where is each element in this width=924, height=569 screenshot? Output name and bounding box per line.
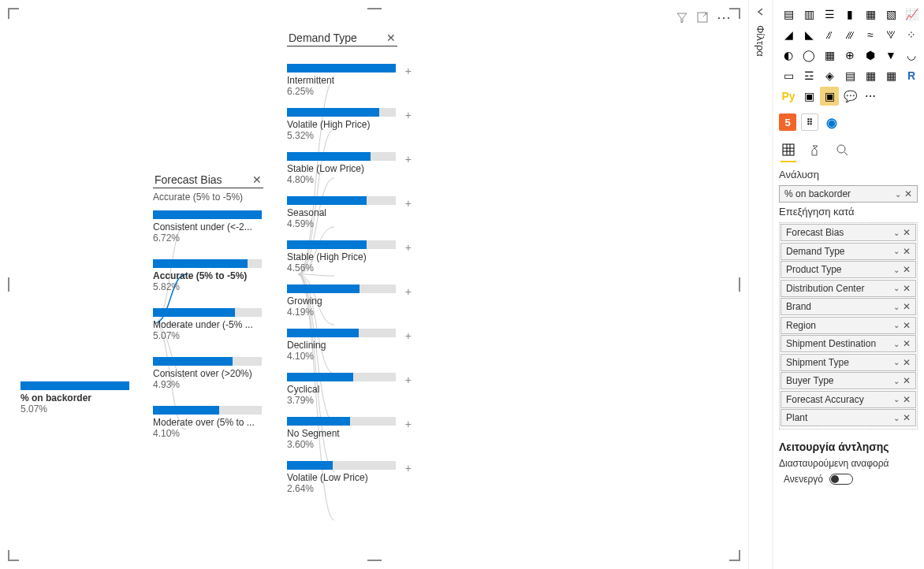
viz-scatter-icon[interactable]: ⁘ [902, 25, 921, 44]
explain-by-field[interactable]: Shipment Type ⌄✕ [781, 354, 916, 371]
viz-donut-icon[interactable]: ◯ [799, 46, 818, 65]
viz-clustered-bar-h-icon[interactable]: ☰ [820, 5, 839, 24]
viz-gauge-icon[interactable]: ◡ [902, 46, 921, 65]
tree-node[interactable]: + Volatile (High Price) 5.32% [287, 108, 397, 141]
remove-icon[interactable]: ✕ [903, 246, 911, 257]
viz-pie-icon[interactable]: ◐ [779, 46, 798, 65]
viz-stacked-bar-v-icon[interactable]: ▥ [799, 5, 818, 24]
viz-r-visual-icon[interactable]: R [902, 66, 921, 85]
close-icon[interactable]: ✕ [386, 32, 396, 44]
column-header-forecast-bias[interactable]: Forecast Bias ✕ [153, 170, 263, 188]
tree-node[interactable]: + Stable (Low Price) 4.80% [287, 152, 397, 185]
expand-icon[interactable]: + [405, 65, 412, 77]
expand-icon[interactable]: + [405, 329, 412, 342]
powerapps-visual-icon[interactable]: ◉ [823, 113, 840, 131]
viz-decomposition-tree-icon[interactable]: ▣ [820, 87, 839, 106]
column-header-demand-type[interactable]: Demand Type ✕ [287, 28, 397, 46]
explain-by-field[interactable]: Forecast Accuracy ⌄✕ [781, 391, 916, 408]
expand-icon[interactable]: + [405, 285, 412, 298]
explain-by-field[interactable]: Buyer Type ⌄✕ [781, 372, 916, 389]
tree-node[interactable]: + Stable (High Price) 4.56% [287, 240, 397, 273]
explain-by-field[interactable]: Plant ⌄✕ [781, 409, 916, 426]
chevron-down-icon[interactable]: ⌄ [895, 190, 901, 199]
report-canvas[interactable]: ⋯ % on backorder 5.07% [0, 0, 748, 569]
tree-node[interactable]: Consistent over (>20%) 4.93% [153, 357, 263, 390]
viz-table-icon[interactable]: ▦ [861, 66, 880, 85]
chevron-down-icon[interactable]: ⌄ [893, 266, 900, 274]
tree-node[interactable]: + Seasonal 4.59% [287, 196, 397, 229]
remove-icon[interactable]: ✕ [903, 283, 911, 294]
viz-kpi-icon[interactable]: ◈ [820, 66, 839, 85]
viz-card-icon[interactable]: ▭ [779, 66, 798, 85]
viz-stacked-area-icon[interactable]: ◣ [799, 25, 818, 44]
analyze-field-well[interactable]: % on backorder ⌄✕ [779, 185, 918, 203]
decomposition-tree-visual[interactable]: % on backorder 5.07% Forecast Bias ✕ Acc… [20, 24, 462, 528]
viz-funnel-icon[interactable]: ▼ [881, 46, 900, 65]
viz-line-bar-icon[interactable]: ⫽ [820, 25, 839, 44]
focus-mode-icon[interactable] [696, 11, 709, 24]
cross-report-toggle[interactable] [829, 474, 853, 485]
tree-node[interactable]: + Volatile (Low Price) 2.64% [287, 461, 397, 494]
remove-icon[interactable]: ✕ [903, 264, 911, 275]
tree-node[interactable]: + No Segment 3.60% [287, 417, 397, 450]
html5-visual-icon[interactable]: 5 [779, 113, 796, 131]
remove-icon[interactable]: ✕ [903, 357, 911, 368]
expand-icon[interactable]: + [405, 109, 412, 121]
more-options-icon[interactable]: ⋯ [717, 13, 732, 21]
explain-by-field[interactable]: Region ⌄✕ [781, 317, 916, 334]
viz-clustered-bar-v-icon[interactable]: ▮ [840, 5, 859, 24]
remove-icon[interactable]: ✕ [903, 227, 911, 238]
viz-waterfall-icon[interactable]: ⩔ [881, 25, 900, 44]
viz-slicer-icon[interactable]: ▤ [840, 66, 859, 85]
explain-by-field[interactable]: Demand Type ⌄✕ [781, 243, 916, 260]
chevron-down-icon[interactable]: ⌄ [893, 321, 900, 329]
close-icon[interactable]: ✕ [252, 173, 262, 186]
expand-icon[interactable] [755, 6, 766, 17]
expand-icon[interactable]: + [405, 153, 412, 165]
remove-icon[interactable]: ✕ [904, 188, 912, 199]
viz-hundred-bar-h-icon[interactable]: ▦ [861, 5, 880, 24]
chevron-down-icon[interactable]: ⌄ [893, 284, 900, 292]
viz-ribbon-icon[interactable]: ≈ [861, 25, 880, 44]
explain-by-well[interactable]: Forecast Bias ⌄✕Demand Type ⌄✕Product Ty… [779, 222, 918, 430]
remove-icon[interactable]: ✕ [903, 375, 911, 386]
viz-qna-icon[interactable]: 💬 [840, 87, 859, 106]
tree-root-node[interactable]: % on backorder 5.07% [20, 381, 129, 415]
filter-icon[interactable] [676, 11, 688, 24]
tree-node[interactable]: Moderate over (5% to ... 4.10% [153, 406, 263, 439]
viz-more-icon[interactable]: ⋯ [861, 87, 880, 106]
custom-visual-icon[interactable]: ⠿ [801, 113, 818, 131]
expand-icon[interactable]: + [405, 418, 412, 430]
viz-line-icon[interactable]: 📈 [902, 5, 921, 24]
viz-treemap-icon[interactable]: ▦ [820, 46, 839, 65]
tree-node[interactable]: Consistent under (<-2... 6.72% [153, 210, 263, 244]
chevron-down-icon[interactable]: ⌄ [893, 303, 900, 311]
viz-hundred-bar-v-icon[interactable]: ▧ [881, 5, 900, 24]
viz-area-icon[interactable]: ◢ [779, 25, 798, 44]
expand-icon[interactable]: + [405, 241, 412, 254]
expand-icon[interactable]: + [405, 374, 412, 386]
chevron-down-icon[interactable]: ⌄ [893, 377, 900, 385]
visualization-picker[interactable]: ▤▥☰▮▦▧📈◢◣⫽⫻≈⩔⁘◐◯▦⊕⬢▼◡▭☲◈▤▦▦RPy▣▣💬⋯ [779, 5, 918, 106]
viz-line-bar-2-icon[interactable]: ⫻ [840, 25, 859, 44]
remove-icon[interactable]: ✕ [903, 301, 911, 312]
chevron-down-icon[interactable]: ⌄ [893, 414, 900, 422]
explain-by-field[interactable]: Forecast Bias ⌄✕ [781, 224, 916, 241]
remove-icon[interactable]: ✕ [903, 412, 911, 423]
viz-key-influencers-icon[interactable]: ▣ [799, 87, 818, 106]
viz-py-visual-icon[interactable]: Py [779, 87, 798, 106]
viz-filled-map-icon[interactable]: ⬢ [861, 46, 880, 65]
tree-node[interactable]: + Growing 4.19% [287, 284, 397, 318]
expand-icon[interactable]: + [405, 462, 412, 474]
explain-by-field[interactable]: Distribution Center ⌄✕ [781, 280, 916, 297]
explain-by-field[interactable]: Shipment Destination ⌄✕ [781, 335, 916, 352]
viz-map-icon[interactable]: ⊕ [840, 46, 859, 65]
expand-icon[interactable]: + [405, 197, 412, 210]
tree-node[interactable]: + Declining 4.10% [287, 329, 397, 362]
chevron-down-icon[interactable]: ⌄ [893, 358, 900, 366]
viz-multi-row-card-icon[interactable]: ☲ [799, 66, 818, 85]
tree-node[interactable]: + Intermittent 6.25% [287, 64, 397, 97]
chevron-down-icon[interactable]: ⌄ [893, 229, 900, 237]
tree-node[interactable]: Moderate under (-5% ... 5.07% [153, 308, 263, 341]
remove-icon[interactable]: ✕ [903, 320, 911, 331]
